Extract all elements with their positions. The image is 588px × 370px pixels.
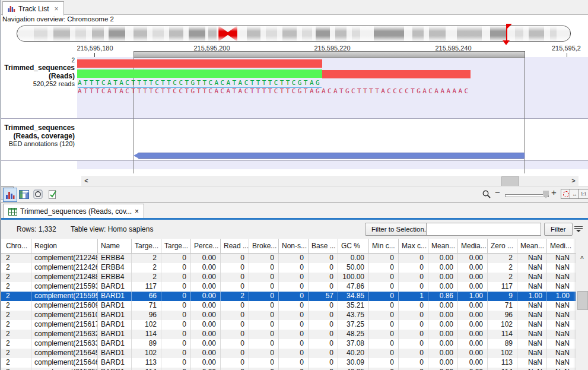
- table-cell: 48.25: [338, 330, 369, 339]
- column-header[interactable]: Targe...: [161, 239, 191, 253]
- table-row[interactable]: 2complement(215617...BARD110200.00000037…: [1, 320, 576, 330]
- table-cell: 0.00: [458, 263, 488, 273]
- fit-width-icon: ↔: [572, 191, 577, 197]
- table-cell: 0: [309, 339, 338, 349]
- tab-table-view[interactable]: Trimmed_sequences (Reads, cov... ×: [3, 204, 144, 219]
- filter-button[interactable]: Filter: [544, 223, 573, 236]
- table-cell: 0: [309, 349, 338, 358]
- zoom-out-button[interactable]: −: [495, 187, 500, 197]
- filter-input[interactable]: [426, 223, 541, 236]
- table-cell: 0: [279, 301, 309, 311]
- vscrollbar-thumb[interactable]: [577, 291, 588, 310]
- table-cell: 2: [132, 263, 161, 273]
- table-cell: NaN: [547, 273, 574, 282]
- column-header[interactable]: Max c...: [399, 239, 428, 253]
- table-cell: 2: [3, 282, 31, 292]
- table-cell: NaN: [517, 263, 547, 273]
- scroll-right-icon[interactable]: >: [568, 176, 579, 186]
- tab-close-icon[interactable]: ×: [55, 5, 59, 13]
- table-cell: 0.86: [428, 292, 458, 301]
- ruler-selection-bar[interactable]: [134, 51, 525, 58]
- table-cell: 0: [249, 339, 279, 349]
- table-cell: 0: [249, 330, 279, 339]
- table-cell: NaN: [547, 358, 574, 368]
- table-cell: complement(215595...: [31, 292, 98, 301]
- table-cell: NaN: [517, 254, 547, 263]
- column-header[interactable]: Mean...: [428, 239, 458, 253]
- track-list-tabbar: Track List ×: [0, 0, 588, 15]
- column-header[interactable]: Region: [31, 239, 98, 253]
- table-row[interactable]: 2complement(215610...BARD19600.00000043.…: [1, 311, 576, 320]
- column-header[interactable]: Zero ...: [488, 239, 517, 253]
- tab-track-list[interactable]: Track List ×: [2, 1, 64, 15]
- table-cell: 89: [132, 339, 161, 349]
- table-cell: 0.00: [428, 254, 458, 263]
- graph-view-button[interactable]: [3, 188, 17, 202]
- tab-close-icon[interactable]: ×: [135, 207, 139, 216]
- table-cell: 0: [161, 349, 191, 358]
- table-row[interactable]: 2complement(215645...BARD110200.00000040…: [1, 349, 576, 358]
- table-row[interactable]: 2complement(215657...BARD111400.00000040…: [1, 368, 576, 370]
- table-cell: 0: [249, 273, 279, 282]
- table-cell: 96: [132, 311, 161, 320]
- zoom-slider-handle[interactable]: [543, 191, 549, 198]
- column-header[interactable]: Medi...: [547, 239, 574, 253]
- column-header[interactable]: Read ...: [221, 239, 249, 253]
- column-header[interactable]: Targe...: [132, 239, 161, 253]
- vertical-scrollbar[interactable]: ^: [576, 239, 588, 370]
- column-header[interactable]: Min c...: [369, 239, 399, 253]
- table-row[interactable]: 2complement(212426...ERBB4200.00000050.0…: [1, 263, 576, 273]
- column-header[interactable]: Perce...: [191, 239, 221, 253]
- table-cell: 0.00: [458, 330, 488, 339]
- table-row[interactable]: 2complement(215593...BARD111700.00000047…: [1, 282, 576, 292]
- column-header[interactable]: Broke...: [249, 239, 279, 253]
- column-header[interactable]: Base ...: [309, 239, 338, 253]
- table-row[interactable]: 2complement(212488...ERBB4200.000000100.…: [1, 273, 576, 282]
- table-row[interactable]: 2complement(212248...ERBB4200.0000000.00…: [1, 254, 576, 263]
- bed-annotation-bar[interactable]: [134, 153, 525, 159]
- scroll-up-icon[interactable]: ^: [576, 254, 588, 264]
- zoom-in-button[interactable]: +: [551, 187, 557, 197]
- zoom-100-button[interactable]: 1:1: [579, 189, 588, 199]
- column-header[interactable]: Media...: [458, 239, 488, 253]
- table-row[interactable]: 2complement(215595...BARD16600.002005734…: [1, 292, 576, 301]
- column-header[interactable]: Mean...: [517, 239, 547, 253]
- advanced-filter-icon[interactable]: [574, 226, 583, 232]
- table-row[interactable]: 2complement(215632...BARD111400.00000048…: [1, 330, 576, 339]
- scroll-left-icon[interactable]: <: [81, 176, 91, 186]
- magnifier-icon: [482, 189, 491, 199]
- table-cell: 114: [132, 330, 161, 339]
- column-header[interactable]: Name: [98, 239, 132, 253]
- table-cell: 0.00: [428, 358, 458, 368]
- table-cell: 1.00: [517, 292, 547, 301]
- column-header[interactable]: GC %: [338, 239, 369, 253]
- table-cell: 2: [3, 320, 31, 330]
- column-header[interactable]: Non-s...: [279, 239, 309, 253]
- history-view-button[interactable]: [31, 188, 45, 201]
- zoom-tool-button[interactable]: [480, 188, 493, 201]
- table-cell: NaN: [547, 330, 574, 339]
- column-header[interactable]: Chro...: [3, 239, 31, 253]
- table-cell: 0.00: [191, 254, 221, 263]
- reads-track-count: 520,252 reads: [0, 80, 75, 87]
- table-cell: NaN: [517, 273, 547, 282]
- chromosome-ideogram[interactable]: [17, 26, 571, 42]
- zoom-slider[interactable]: [505, 194, 549, 197]
- horizontal-scrollbar[interactable]: < >: [81, 176, 579, 186]
- table-row[interactable]: 2complement(215646...BARD111300.00000030…: [1, 358, 576, 368]
- table-cell: 37.25: [338, 320, 369, 330]
- table-body: 2complement(212248...ERBB4200.0000000.00…: [1, 254, 576, 370]
- table-view-button[interactable]: [17, 188, 30, 201]
- table-cell: 0: [309, 273, 338, 282]
- track-view-area[interactable]: 2 Trimmed_sequences (Reads) 520,252 read…: [0, 57, 588, 169]
- table-cell: 0: [221, 349, 249, 358]
- position-marker-flag-icon: [507, 24, 512, 29]
- ruler-tick: [94, 53, 95, 57]
- table-row[interactable]: 2complement(215633...BARD18900.00000037.…: [1, 339, 576, 349]
- table-cell: NaN: [517, 301, 547, 311]
- table-row[interactable]: 2complement(215609...BARD17100.00000035.…: [1, 301, 576, 311]
- table-cell: 0: [399, 320, 428, 330]
- element-info-button[interactable]: [46, 188, 59, 201]
- table-cell: NaN: [517, 349, 547, 358]
- scrollbar-thumb[interactable]: [501, 176, 519, 186]
